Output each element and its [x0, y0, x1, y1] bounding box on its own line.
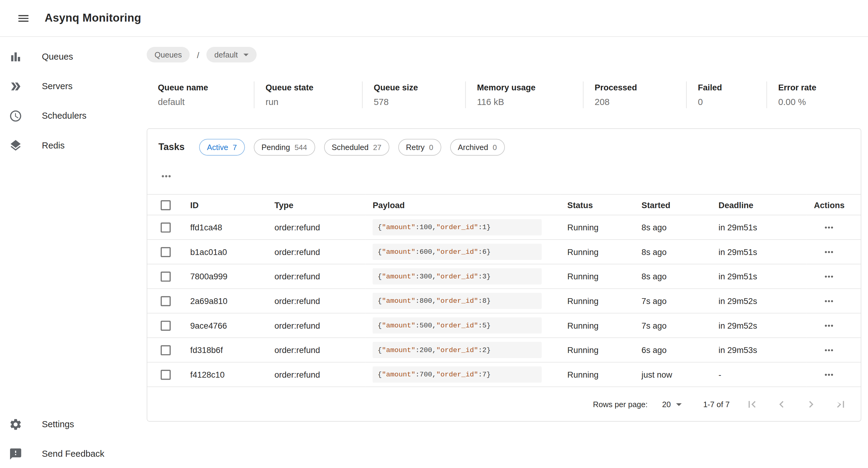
sidebar-item-label: Send Feedback — [42, 449, 104, 459]
layers-icon — [9, 138, 22, 152]
task-deadline: in 29m52s — [711, 313, 807, 338]
table-header-row: ID Type Payload Status Started Deadline … — [147, 194, 861, 215]
sidebar-item-label: Queues — [42, 52, 73, 62]
row-checkbox[interactable] — [161, 321, 171, 331]
task-started: 7s ago — [634, 313, 711, 338]
row-checkbox[interactable] — [161, 345, 171, 355]
task-deadline: in 29m51s — [711, 240, 807, 264]
header-id: ID — [183, 194, 267, 215]
task-payload: {"amount":100,"order_id":1} — [373, 219, 541, 235]
stat-memory-usage: Memory usage 116 kB — [465, 82, 583, 108]
table-row: f4128c10 order:refund {"amount":700,"ord… — [147, 362, 861, 387]
row-actions-button[interactable] — [822, 269, 836, 284]
more-horiz-icon — [823, 319, 835, 331]
tasks-table: ID Type Payload Status Started Deadline … — [147, 194, 861, 387]
sidebar-item-queues[interactable]: Queues — [0, 42, 131, 71]
stat-label: Failed — [698, 83, 766, 92]
task-status: Running — [560, 215, 634, 240]
gear-icon — [9, 417, 22, 431]
stat-value: default — [158, 97, 254, 107]
stat-label: Processed — [595, 83, 686, 92]
task-tab-label: Active — [207, 143, 228, 152]
last-page-icon — [834, 397, 847, 411]
task-type: order:refund — [267, 362, 366, 387]
breadcrumb-separator: / — [197, 50, 199, 59]
first-page-button[interactable] — [741, 393, 763, 415]
hamburger-icon — [17, 11, 30, 25]
next-page-button[interactable] — [800, 393, 822, 415]
tasks-title: Tasks — [159, 142, 185, 153]
row-actions-button[interactable] — [822, 294, 836, 308]
feedback-icon — [9, 447, 22, 460]
first-page-icon — [745, 397, 759, 411]
task-id: ffd1ca48 — [183, 215, 267, 240]
task-started: 8s ago — [634, 215, 711, 240]
table-row: b1ac01a0 order:refund {"amount":600,"ord… — [147, 240, 861, 264]
rows-per-page-value: 20 — [662, 400, 671, 408]
sidebar-item-send-feedback[interactable]: Send Feedback — [0, 439, 131, 468]
sidebar-item-schedulers[interactable]: Schedulers — [0, 101, 131, 130]
stat-failed: Failed 0 — [686, 82, 766, 108]
row-checkbox[interactable] — [161, 370, 171, 380]
pagination-range: 1-7 of 7 — [703, 400, 730, 408]
table-pagination: Rows per page: 20 1-7 of 7 — [147, 387, 861, 421]
sidebar-item-label: Settings — [42, 419, 74, 429]
breadcrumb-queues-chip[interactable]: Queues — [147, 47, 190, 62]
task-payload: {"amount":500,"order_id":5} — [373, 317, 541, 334]
task-id: 7800a999 — [183, 264, 267, 289]
task-tab[interactable]: Retry 0 — [398, 139, 441, 155]
task-type: order:refund — [267, 215, 366, 240]
table-row: 2a69a810 order:refund {"amount":800,"ord… — [147, 289, 861, 313]
queue-stats: Queue name default Queue state run Queue… — [147, 82, 861, 108]
sidebar-item-label: Redis — [42, 140, 64, 150]
row-actions-button[interactable] — [822, 245, 836, 259]
task-id: 9ace4766 — [183, 313, 267, 338]
row-actions-button[interactable] — [822, 343, 836, 357]
task-id: 2a69a810 — [183, 289, 267, 313]
row-checkbox[interactable] — [161, 272, 171, 282]
task-payload: {"amount":600,"order_id":6} — [373, 244, 541, 260]
rows-per-page-select[interactable]: 20 — [662, 397, 685, 411]
task-type: order:refund — [267, 240, 366, 264]
sidebar-item-servers[interactable]: Servers — [0, 71, 131, 101]
more-horiz-icon — [159, 169, 173, 183]
task-tab-count: 7 — [232, 143, 237, 151]
menu-button[interactable] — [13, 8, 33, 28]
task-tab[interactable]: Scheduled 27 — [324, 139, 389, 155]
row-checkbox[interactable] — [161, 222, 171, 232]
stat-label: Queue size — [374, 83, 465, 92]
row-actions-button[interactable] — [822, 318, 836, 333]
stat-value: 578 — [374, 97, 465, 107]
table-more-button[interactable] — [159, 168, 174, 184]
task-tab[interactable]: Pending 544 — [253, 139, 315, 155]
sidebar-item-settings[interactable]: Settings — [0, 409, 131, 439]
task-type: order:refund — [267, 289, 366, 313]
row-checkbox[interactable] — [161, 296, 171, 306]
stat-value: 116 kB — [477, 97, 583, 107]
breadcrumb-queue-select-chip[interactable]: default — [207, 47, 257, 62]
chevron-down-icon — [240, 49, 252, 61]
last-page-button[interactable] — [830, 393, 852, 415]
more-horiz-icon — [823, 221, 835, 233]
header-status: Status — [560, 194, 634, 215]
row-actions-button[interactable] — [822, 220, 836, 235]
task-table-body: ffd1ca48 order:refund {"amount":100,"ord… — [147, 215, 861, 387]
header-started: Started — [634, 194, 711, 215]
task-tab-label: Pending — [261, 143, 290, 152]
previous-page-button[interactable] — [770, 393, 793, 415]
task-status: Running — [560, 264, 634, 289]
task-status: Running — [560, 338, 634, 363]
task-tab-count: 0 — [429, 143, 433, 151]
row-actions-button[interactable] — [822, 367, 836, 382]
task-tab[interactable]: Archived 0 — [450, 139, 505, 155]
select-all-checkbox[interactable] — [161, 200, 171, 210]
task-tab-count: 544 — [294, 143, 307, 151]
header-type: Type — [267, 194, 366, 215]
stat-error-rate: Error rate 0.00 % — [766, 82, 861, 108]
sidebar-item-redis[interactable]: Redis — [0, 130, 131, 160]
task-deadline: in 29m52s — [711, 289, 807, 313]
task-tab[interactable]: Active 7 — [199, 139, 245, 155]
task-status: Running — [560, 362, 634, 387]
chevron-right-icon — [804, 397, 818, 411]
row-checkbox[interactable] — [161, 247, 171, 257]
